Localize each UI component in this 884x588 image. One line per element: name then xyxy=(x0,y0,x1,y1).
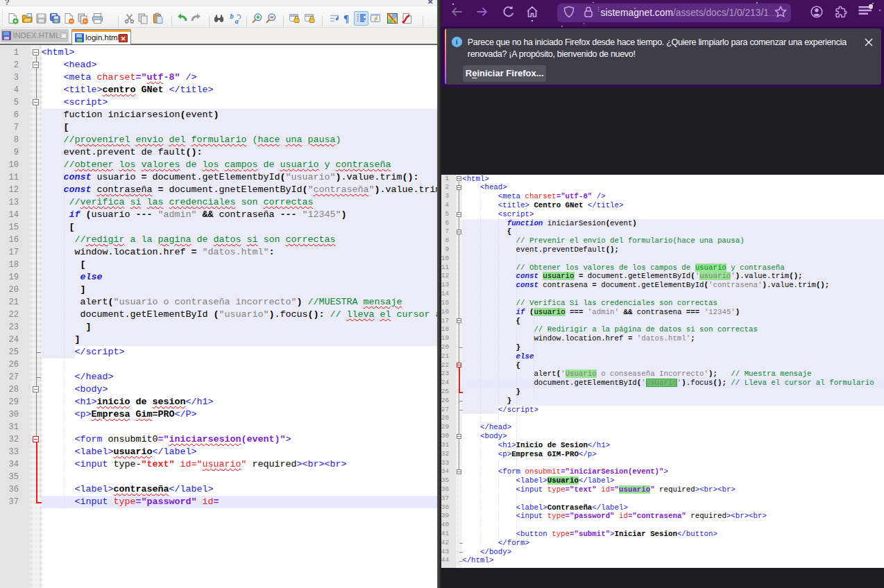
svg-text:¶: ¶ xyxy=(343,13,349,24)
svg-text:b: b xyxy=(230,12,234,20)
svg-text:a: a xyxy=(235,17,239,24)
